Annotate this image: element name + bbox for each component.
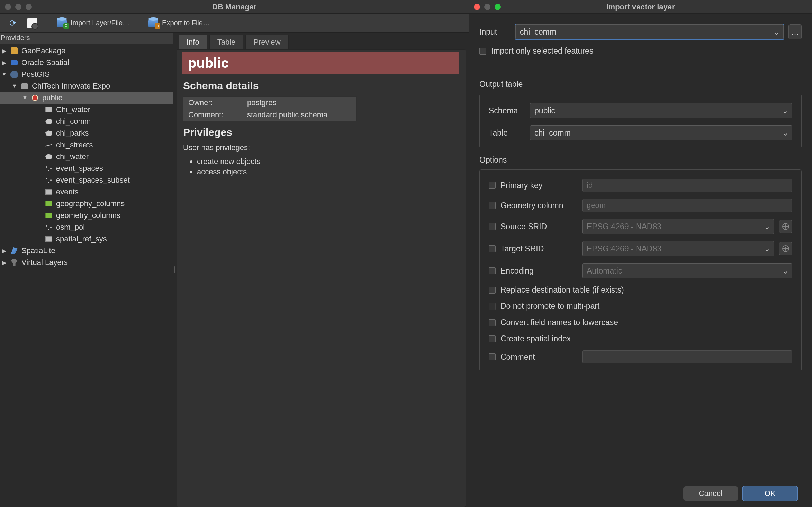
tree-table[interactable]: spatial_ref_sys — [0, 233, 173, 245]
tree-table[interactable]: chi_water — [0, 151, 173, 163]
replace-table-label: Replace destination table (if exists) — [500, 285, 624, 295]
table-icon — [44, 105, 53, 114]
tree-table[interactable]: osm_poi — [0, 221, 173, 233]
sql-icon — [26, 17, 38, 29]
table-icon — [44, 187, 53, 196]
tree-table[interactable]: Chi_water — [0, 104, 173, 116]
target-srid-combo[interactable]: EPSG:4269 - NAD83 ⌄ — [582, 241, 774, 256]
tab-table[interactable]: Table — [209, 35, 244, 49]
minimize-icon[interactable] — [484, 4, 490, 10]
input-label: Input — [479, 27, 511, 37]
chevron-down-icon: ⌄ — [764, 222, 770, 231]
lowercase-fields-checkbox[interactable] — [489, 319, 496, 326]
tree-label: spatial_ref_sys — [56, 234, 107, 243]
tree-table[interactable]: geometry_columns — [0, 210, 173, 221]
import-layer-button[interactable]: ↧ Import Layer/File… — [54, 16, 132, 30]
tree-table[interactable]: chi_comm — [0, 116, 173, 127]
spatial-index-checkbox[interactable] — [489, 335, 496, 342]
table-combo[interactable]: chi_comm ⌄ — [530, 125, 792, 140]
tree-label: public — [42, 93, 62, 102]
chevron-down-icon[interactable]: ▼ — [1, 71, 7, 77]
tab-info[interactable]: Info — [179, 35, 207, 49]
schema-combo[interactable]: public ⌄ — [530, 103, 792, 118]
replace-table-checkbox[interactable] — [489, 287, 496, 294]
encoding-combo[interactable]: Automatic ⌄ — [582, 263, 792, 278]
owner-key: Owner: — [183, 97, 242, 109]
tree-schema-public[interactable]: ▼ public — [0, 92, 173, 104]
target-srid-checkbox[interactable] — [489, 245, 496, 252]
encoding-checkbox[interactable] — [489, 267, 496, 274]
tree-connection[interactable]: ▼ ChiTech Innovate Expo — [0, 80, 173, 92]
source-srid-combo[interactable]: EPSG:4269 - NAD83 ⌄ — [582, 219, 774, 234]
tree-oracle[interactable]: ▶ Oracle Spatial — [0, 57, 173, 68]
tree-postgis[interactable]: ▼ PostGIS — [0, 68, 173, 80]
tree-label: chi_parks — [56, 129, 89, 138]
primary-key-label: Primary key — [500, 181, 577, 190]
tree-label: chi_water — [56, 152, 89, 161]
tree-table[interactable]: chi_parks — [0, 127, 173, 139]
chevron-down-icon[interactable]: ▼ — [12, 83, 17, 89]
cancel-button[interactable]: Cancel — [683, 486, 738, 501]
tree-spatialite[interactable]: ▶ SpatiaLite — [0, 245, 173, 257]
providers-tree[interactable]: ▶ GeoPackage ▶ Oracle Spatial ▼ PostGIS … — [0, 44, 173, 507]
tree-label: geography_columns — [56, 199, 125, 208]
minimize-icon[interactable] — [15, 4, 21, 10]
db-manager-window: DB Manager ⟳ ↧ Import Layer/File… ↦ Expo… — [0, 0, 469, 507]
ok-button[interactable]: OK — [743, 486, 797, 501]
ellipsis-icon: … — [791, 27, 799, 37]
comment-checkbox[interactable] — [489, 353, 496, 360]
tree-label: ChiTech Innovate Expo — [32, 82, 110, 91]
maximize-icon[interactable] — [26, 4, 32, 10]
chevron-right-icon[interactable]: ▶ — [1, 259, 7, 266]
source-srid-value: EPSG:4269 - NAD83 — [587, 222, 661, 231]
import-only-selected-checkbox[interactable] — [479, 48, 486, 55]
geometry-column-checkbox[interactable] — [489, 202, 496, 209]
primary-key-checkbox[interactable] — [489, 182, 496, 189]
tree-table[interactable]: event_spaces — [0, 163, 173, 174]
input-combo[interactable]: chi_comm ⌄ — [515, 24, 784, 39]
tree-label: Oracle Spatial — [21, 58, 69, 67]
schema-details-table: Owner: postgres Comment: standard public… — [183, 96, 357, 121]
privilege-item: create new objects — [197, 157, 459, 166]
geometry-column-input[interactable] — [582, 199, 792, 212]
polygon-icon — [44, 129, 53, 138]
privileges-text: User has privileges: — [183, 143, 459, 152]
promote-multipart-checkbox — [489, 303, 496, 310]
view-icon — [44, 211, 53, 220]
tree-table[interactable]: events — [0, 186, 173, 198]
tree-label: Chi_water — [56, 105, 90, 114]
splitter[interactable] — [173, 33, 177, 507]
options-group: Primary key Geometry column Source SRID … — [479, 169, 802, 371]
chevron-right-icon[interactable]: ▶ — [1, 48, 7, 54]
chevron-down-icon: ⌄ — [764, 244, 770, 254]
close-icon[interactable] — [5, 4, 11, 10]
comment-input[interactable] — [582, 350, 792, 363]
tree-virtual[interactable]: ▶ Virtual Layers — [0, 257, 173, 268]
db-titlebar: DB Manager — [0, 0, 469, 14]
chevron-down-icon[interactable]: ▼ — [22, 95, 28, 101]
target-srid-picker-button[interactable] — [779, 242, 792, 255]
tree-label: geometry_columns — [56, 211, 120, 220]
chevron-right-icon[interactable]: ▶ — [1, 248, 7, 254]
tree-table[interactable]: geography_columns — [0, 198, 173, 210]
primary-key-input[interactable] — [582, 179, 792, 192]
sql-window-button[interactable] — [24, 16, 40, 30]
browse-button[interactable]: … — [788, 24, 802, 39]
tab-preview[interactable]: Preview — [245, 35, 288, 49]
export-file-button[interactable]: ↦ Export to File… — [145, 16, 212, 30]
chevron-right-icon[interactable]: ▶ — [1, 59, 7, 66]
source-srid-picker-button[interactable] — [779, 220, 792, 233]
chevron-down-icon: ⌄ — [782, 106, 788, 116]
schema-details-heading: Schema details — [183, 80, 459, 92]
point-icon — [44, 176, 53, 185]
postgis-icon — [10, 70, 19, 79]
tree-geopackage[interactable]: ▶ GeoPackage — [0, 45, 173, 57]
tree-table[interactable]: event_spaces_subset — [0, 174, 173, 186]
refresh-button[interactable]: ⟳ — [5, 16, 21, 30]
maximize-icon[interactable] — [495, 4, 501, 10]
geometry-column-label: Geometry column — [500, 201, 577, 210]
output-table-heading: Output table — [479, 80, 802, 89]
source-srid-checkbox[interactable] — [489, 223, 496, 230]
tree-table[interactable]: chi_streets — [0, 139, 173, 151]
close-icon[interactable] — [474, 4, 480, 10]
